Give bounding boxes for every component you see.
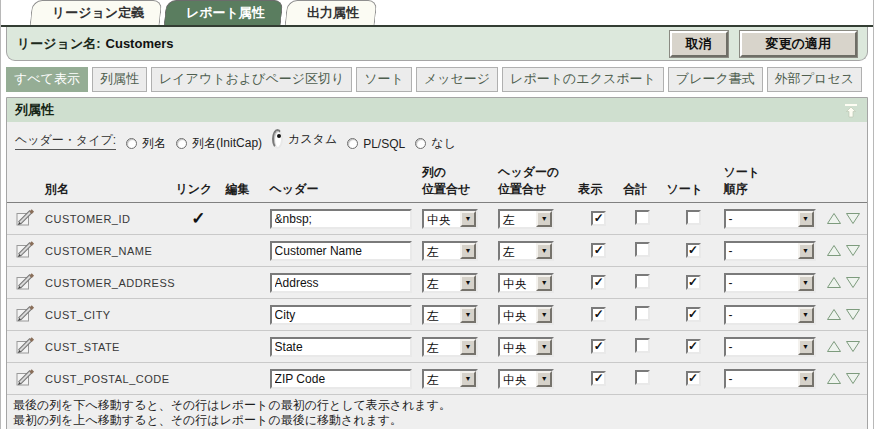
move-down-icon[interactable]	[845, 276, 861, 289]
nav-button[interactable]: ブレーク書式	[668, 67, 763, 92]
heading-input[interactable]	[270, 209, 412, 229]
edit-icon[interactable]	[15, 272, 35, 293]
column-alignment-value: 左	[424, 371, 460, 387]
sort-checkbox[interactable]	[686, 210, 701, 225]
column-alignment-select[interactable]: 中央 ▼	[422, 209, 478, 229]
nav-button[interactable]: レポートのエクスポート	[502, 67, 664, 92]
sum-checkbox[interactable]	[635, 306, 650, 321]
header-type-option[interactable]: 列名(InitCap)	[176, 135, 262, 152]
column-alignment-select[interactable]: 左 ▼	[422, 241, 478, 261]
show-checkbox[interactable]: ✓	[591, 339, 606, 354]
apply-changes-button[interactable]: 変更の適用	[740, 31, 857, 57]
columns-tbody: CUSTOMER_ID ✓ 中央 ▼ 左 ▼ ✓ - ▼	[7, 203, 867, 395]
sum-checkbox[interactable]	[635, 338, 650, 353]
move-up-icon[interactable]	[826, 340, 842, 353]
nav-button[interactable]: すべて表示	[6, 67, 88, 92]
edit-icon[interactable]	[15, 368, 35, 389]
header-sum: 合計	[621, 158, 664, 203]
header-link: リンク	[173, 158, 223, 203]
sort-sequence-select[interactable]: - ▼	[724, 209, 816, 229]
scroll-to-top-icon[interactable]	[843, 102, 859, 119]
edit-icon[interactable]	[15, 304, 35, 325]
nav-button[interactable]: レイアウトおよびページ区切り	[151, 67, 352, 92]
sort-checkbox[interactable]: ✓	[686, 371, 701, 386]
dropdown-arrow-icon: ▼	[798, 211, 814, 227]
sort-checkbox[interactable]: ✓	[686, 243, 701, 258]
heading-alignment-select[interactable]: 中央 ▼	[498, 273, 554, 293]
show-checkbox[interactable]: ✓	[591, 211, 606, 226]
heading-alignment-select[interactable]: 左 ▼	[498, 209, 554, 229]
sort-sequence-select[interactable]: - ▼	[724, 241, 816, 261]
radio-button-icon[interactable]	[272, 129, 283, 149]
sum-checkbox[interactable]	[635, 274, 650, 289]
heading-input[interactable]	[270, 305, 412, 325]
sort-sequence-select[interactable]: - ▼	[724, 305, 816, 325]
heading-alignment-select[interactable]: 中央 ▼	[498, 337, 554, 357]
radio-button-icon[interactable]	[126, 138, 137, 149]
header-type-option[interactable]: なし	[415, 135, 456, 152]
nav-button[interactable]: メッセージ	[416, 67, 498, 92]
column-alias: CUSTOMER_ID	[45, 213, 130, 225]
move-down-icon[interactable]	[845, 308, 861, 321]
show-checkbox[interactable]: ✓	[591, 307, 606, 322]
heading-input[interactable]	[270, 273, 412, 293]
sum-checkbox[interactable]	[635, 242, 650, 257]
nav-button[interactable]: 外部プロセス	[767, 67, 862, 92]
radio-button-icon[interactable]	[347, 138, 358, 149]
show-checkbox[interactable]: ✓	[591, 371, 606, 386]
dropdown-arrow-icon: ▼	[460, 243, 476, 259]
move-down-icon[interactable]	[845, 372, 861, 385]
column-alignment-select[interactable]: 左 ▼	[422, 369, 478, 389]
show-checkbox[interactable]: ✓	[591, 243, 606, 258]
edit-icon[interactable]	[15, 336, 35, 357]
dropdown-arrow-icon: ▼	[798, 307, 814, 323]
move-down-icon[interactable]	[845, 244, 861, 257]
header-type-option-label: 列名(InitCap)	[192, 135, 262, 152]
heading-alignment-select[interactable]: 中央 ▼	[498, 305, 554, 325]
dropdown-arrow-icon: ▼	[536, 339, 552, 355]
move-up-icon[interactable]	[826, 308, 842, 321]
tab-active[interactable]: レポート属性	[164, 0, 284, 25]
sort-sequence-select[interactable]: - ▼	[724, 273, 816, 293]
move-up-icon[interactable]	[826, 372, 842, 385]
heading-input[interactable]	[270, 337, 412, 357]
cancel-button[interactable]: 取消	[670, 31, 728, 57]
header-type-option[interactable]: カスタム	[272, 129, 337, 149]
sort-checkbox[interactable]: ✓	[686, 275, 701, 290]
tab-bar: リージョン定義レポート属性出力属性	[1, 0, 873, 27]
edit-icon[interactable]	[15, 208, 35, 229]
edit-icon[interactable]	[15, 240, 35, 261]
heading-alignment-select[interactable]: 中央 ▼	[498, 369, 554, 389]
move-down-icon[interactable]	[845, 340, 861, 353]
tab[interactable]: リージョン定義	[30, 0, 163, 25]
sort-checkbox[interactable]: ✓	[686, 339, 701, 354]
sort-sequence-value: -	[726, 307, 798, 323]
nav-button[interactable]: ソート	[356, 67, 412, 92]
sum-checkbox[interactable]	[635, 370, 650, 385]
column-alignment-select[interactable]: 左 ▼	[422, 305, 478, 325]
header-type-option[interactable]: PL/SQL	[347, 137, 405, 151]
sort-sequence-select[interactable]: - ▼	[724, 369, 816, 389]
move-down-icon[interactable]	[845, 212, 861, 225]
heading-input[interactable]	[270, 241, 412, 261]
radio-button-icon[interactable]	[176, 138, 187, 149]
column-alignment-value: 左	[424, 339, 460, 355]
sort-checkbox[interactable]: ✓	[686, 307, 701, 322]
show-checkbox[interactable]: ✓	[591, 275, 606, 290]
column-alignment-select[interactable]: 左 ▼	[422, 273, 478, 293]
report-attributes-page: リージョン定義レポート属性出力属性 リージョン名: Customers 取消 変…	[0, 0, 874, 429]
header-type-option[interactable]: 列名	[126, 135, 166, 152]
header-type-option-label: 列名	[142, 135, 166, 152]
header-type-label[interactable]: ヘッダー・タイプ:	[15, 132, 116, 150]
nav-button[interactable]: 列属性	[92, 67, 147, 92]
heading-alignment-select[interactable]: 左 ▼	[498, 241, 554, 261]
sum-checkbox[interactable]	[635, 210, 650, 225]
radio-button-icon[interactable]	[415, 138, 426, 149]
move-up-icon[interactable]	[826, 212, 842, 225]
tab[interactable]: 出力属性	[285, 0, 378, 25]
heading-input[interactable]	[270, 369, 412, 389]
column-alignment-select[interactable]: 左 ▼	[422, 337, 478, 357]
move-up-icon[interactable]	[826, 244, 842, 257]
move-up-icon[interactable]	[826, 276, 842, 289]
sort-sequence-select[interactable]: - ▼	[724, 337, 816, 357]
